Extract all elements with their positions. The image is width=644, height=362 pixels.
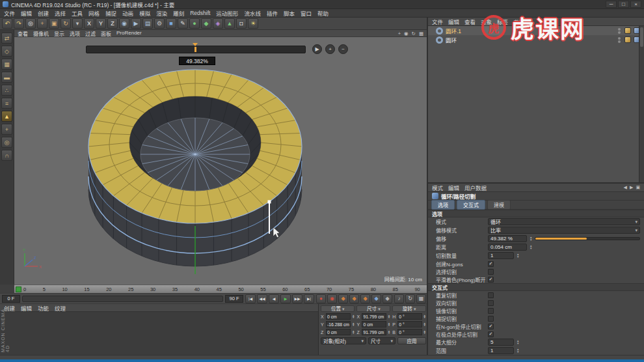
coordinate-column-header[interactable]: 尺寸 — [356, 305, 390, 312]
spinner-icon[interactable] — [388, 330, 390, 334]
timeline-tick[interactable]: 50 — [238, 286, 243, 292]
material-menu-item[interactable]: 编辑 — [21, 304, 32, 312]
attribute-tab[interactable]: 建模 — [487, 200, 511, 210]
record-button[interactable]: ● — [316, 294, 326, 303]
spinner-icon[interactable] — [517, 253, 519, 257]
timeline-tick[interactable]: 20 — [106, 286, 111, 292]
viewport-menu-item[interactable]: 面板 — [101, 30, 111, 37]
object-manager-menu-item[interactable]: 查看 — [464, 18, 476, 25]
mode-icon[interactable]: ▬ — [1, 72, 12, 83]
limit-field[interactable]: 1 — [488, 347, 514, 354]
material-menu-item[interactable]: 功能 — [38, 304, 49, 312]
coordinate-column-header[interactable]: 旋转 — [392, 305, 426, 312]
viewport-menu-item[interactable]: ProRender — [116, 30, 142, 37]
coordinate-input[interactable]: 0 ° — [397, 329, 422, 335]
attribute-header-icon[interactable]: ▣ — [636, 185, 640, 190]
toolbar-icon[interactable]: ◘ — [236, 18, 247, 29]
timeline-tick[interactable]: 60 — [282, 286, 288, 292]
coordinate-input[interactable]: 0 cm — [362, 321, 386, 327]
timeline-ruler[interactable]: 051015202530354045505560657075808590 — [14, 285, 427, 293]
menu-item[interactable]: 流水线 — [244, 9, 261, 17]
spinner-icon[interactable] — [423, 322, 426, 326]
viewport-menu-item[interactable]: 选项 — [70, 30, 80, 37]
toolbar-icon[interactable]: ↻ — [60, 18, 71, 29]
menu-item[interactable]: 帮助 — [317, 9, 329, 17]
transport-button[interactable]: ▶▶ — [292, 294, 302, 303]
checkbox[interactable] — [488, 308, 494, 314]
checkbox[interactable] — [488, 277, 494, 283]
menu-item[interactable]: 编辑 — [21, 9, 32, 17]
toolbar-icon[interactable]: ⚙ — [154, 18, 165, 29]
slider-button[interactable]: ▶ — [312, 44, 322, 54]
record-button[interactable]: ◆ — [371, 294, 381, 303]
viewport-menu-item[interactable]: 过滤 — [85, 30, 96, 37]
object-row[interactable]: 圆环.1 — [428, 26, 644, 35]
material-menu-item[interactable]: 纹理 — [55, 304, 66, 312]
coordinate-input[interactable]: 0 ° — [397, 321, 422, 327]
toolbar-icon[interactable]: ◉ — [119, 18, 129, 29]
spinner-icon[interactable] — [530, 245, 532, 249]
viewport-menu-item[interactable]: 摄像机 — [33, 30, 49, 37]
frame-range-bar[interactable] — [22, 296, 223, 302]
menu-item[interactable]: 工具 — [72, 9, 83, 17]
toolbar-icon[interactable]: ↷ — [14, 18, 24, 29]
transport-button[interactable]: |◀ — [245, 294, 256, 303]
timeline-tick[interactable]: 85 — [393, 286, 398, 292]
coordinate-input[interactable]: 0 cm — [326, 329, 351, 335]
menu-item[interactable]: 文件 — [4, 9, 15, 17]
attribute-header-icon[interactable]: ▶ — [630, 185, 633, 190]
timeline-tick[interactable]: 0 — [23, 286, 26, 292]
spinner-icon[interactable] — [352, 314, 355, 318]
selection-tag-icon[interactable] — [624, 36, 631, 43]
menu-item[interactable]: 捕捉 — [105, 9, 116, 17]
start-frame-field[interactable]: 0 F — [2, 295, 20, 303]
toolbar-icon[interactable]: Z — [107, 18, 118, 29]
menu-item[interactable]: Redshift — [190, 10, 210, 16]
toolbar-icon[interactable]: ▣ — [49, 18, 59, 29]
menu-item[interactable]: 插件 — [267, 9, 278, 17]
maximize-button[interactable]: □ — [618, 1, 629, 8]
timeline-tick[interactable]: 75 — [349, 286, 354, 292]
attribute-menu-item[interactable]: 模式 — [432, 184, 443, 191]
object-manager-menu-item[interactable]: 文件 — [432, 18, 443, 25]
timeline-tick[interactable]: 45 — [217, 286, 222, 292]
mode-icon[interactable]: ≡ — [1, 98, 12, 109]
spinner-icon[interactable] — [388, 314, 390, 318]
spinner-icon[interactable] — [517, 340, 519, 344]
viewport-menu-item[interactable]: 显示 — [54, 30, 64, 37]
playback-option-button[interactable]: ♪ — [394, 294, 404, 303]
toolbar-icon[interactable]: ✎ — [178, 18, 188, 29]
menu-item[interactable]: 窗口 — [301, 9, 312, 17]
timeline-tick[interactable]: 30 — [150, 286, 155, 292]
view-control-icon[interactable]: ▦ — [419, 31, 423, 36]
timeline-tick[interactable]: 40 — [195, 286, 200, 292]
attribute-tab[interactable]: 选项 — [431, 200, 455, 210]
viewport[interactable]: 查看摄像机显示选项过滤面板ProRender +◉↻▦ XYZ 49.382% … — [14, 30, 427, 285]
checkbox[interactable] — [488, 292, 494, 298]
offset-mode-dropdown[interactable]: 比率 — [488, 227, 640, 234]
mode-icon[interactable]: ∴ — [1, 85, 12, 96]
record-button[interactable]: ◆ — [338, 294, 348, 303]
cuts-field[interactable]: 1 — [488, 252, 514, 259]
timeline-tick[interactable]: 25 — [128, 286, 133, 292]
coordinate-column-header[interactable]: 位置 — [321, 305, 355, 312]
object-manager-menu-item[interactable]: 标签 — [497, 18, 508, 25]
toolbar-icon[interactable]: ▲ — [224, 18, 235, 29]
toolbar-icon[interactable]: ▤ — [142, 18, 153, 29]
timeline-tick[interactable]: 10 — [62, 286, 67, 292]
coordinate-input[interactable]: 91.799 cm — [362, 313, 386, 320]
toolbar-icon[interactable]: ☀ — [248, 18, 258, 29]
object-manager-menu-item[interactable]: 编辑 — [448, 18, 459, 25]
checkbox[interactable] — [488, 269, 494, 275]
attribute-menu-item[interactable]: 用户数据 — [464, 184, 487, 191]
size-mode-dropdown[interactable]: 尺寸 — [368, 337, 396, 344]
spinner-icon[interactable] — [352, 330, 355, 334]
menu-item[interactable]: 模拟 — [139, 9, 150, 17]
mode-icon[interactable]: ⇄ — [1, 33, 12, 44]
checkbox[interactable] — [488, 261, 494, 267]
menu-item[interactable]: 网格 — [88, 9, 100, 17]
timeline-tick[interactable]: 35 — [172, 286, 178, 292]
view-control-icon[interactable]: ◉ — [404, 31, 409, 36]
minimize-button[interactable]: ─ — [606, 1, 617, 8]
3d-scene[interactable]: XYZ — [14, 37, 427, 285]
